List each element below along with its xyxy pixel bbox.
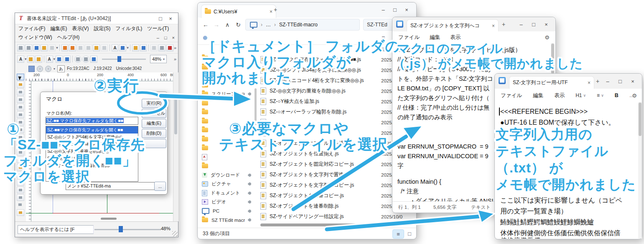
up-icon[interactable]: ∧ — [224, 21, 231, 28]
file-list-horizontal-scrollbar[interactable] — [260, 223, 411, 227]
copy-icon[interactable] — [85, 44, 92, 51]
extra-button[interactable] — [142, 139, 166, 148]
point-tool-icon[interactable] — [17, 111, 24, 118]
forward-icon[interactable]: → — [213, 21, 220, 28]
status-zoom-slider-thumb[interactable] — [119, 226, 123, 232]
menu-edit[interactable]: 編集 — [430, 34, 440, 41]
close-icon[interactable]: × — [165, 14, 176, 23]
notepad-txt-scrollbar[interactable] — [638, 102, 642, 239]
ruler-tool-icon[interactable] — [17, 209, 24, 216]
breadcrumb-ellipsis[interactable]: … — [266, 22, 271, 28]
breadcrumb[interactable]: › … › SZ-TTEdit-macro — [245, 19, 360, 31]
notepad-js-restore-icon[interactable]: □ — [529, 20, 539, 28]
new-tab-icon[interactable]: + — [502, 21, 505, 28]
refresh-icon[interactable]: ↻ — [234, 21, 242, 28]
help-icon[interactable] — [166, 44, 173, 51]
notepad-txt-close-icon[interactable]: × — [628, 77, 638, 85]
zoom-slider[interactable] — [102, 59, 146, 60]
canvas-vertical-scrollbar[interactable] — [173, 72, 178, 221]
import-icon[interactable] — [132, 44, 139, 51]
cancel-button[interactable]: キャンセル — [142, 109, 166, 118]
back-icon[interactable]: ← — [202, 21, 209, 28]
heading-style-button[interactable]: H1 ∨ — [575, 92, 586, 98]
glyph-back-icon[interactable]: ‹ — [37, 66, 43, 72]
menu-edit[interactable]: 編集 — [533, 92, 543, 99]
edit-button[interactable]: 編集(E) — [142, 119, 166, 128]
sidebar-item-downloads[interactable]: ダウンロード — [199, 171, 253, 180]
sidebar-item-documents[interactable]: ドキュメント — [199, 189, 253, 198]
cut-icon[interactable] — [77, 44, 84, 51]
char-select-icon[interactable] — [112, 44, 119, 51]
canvas-scrollbar-thumb[interactable] — [174, 97, 177, 134]
stamp-tool-icon[interactable] — [17, 81, 24, 88]
menu-file[interactable]: ファイル(F) — [18, 25, 45, 32]
fit-view-icon[interactable] — [90, 56, 97, 63]
window-tile-icon[interactable] — [158, 44, 165, 51]
tab-close-icon[interactable]: × — [588, 80, 591, 86]
mdi-restore-icon[interactable]: □ — [164, 35, 167, 40]
sidebar-item[interactable] — [199, 99, 253, 108]
glyph-history-dropdown-icon[interactable]: ▾ — [53, 67, 55, 71]
run-button[interactable]: 実行(R) — [142, 99, 166, 108]
eraser-tool-icon[interactable] — [17, 194, 24, 201]
zoom-out-icon[interactable] — [82, 56, 89, 63]
resize-grip[interactable] — [172, 231, 178, 236]
menu-file[interactable]: ファイル — [501, 92, 522, 99]
breadcrumb-current-folder[interactable]: SZ-TTEdit-macro — [279, 22, 318, 28]
add-glyph-icon[interactable] — [17, 56, 24, 63]
glyph-list-icon[interactable] — [46, 56, 53, 63]
delete-icon[interactable] — [101, 44, 108, 51]
menu-tools[interactable]: ツール(T) — [147, 25, 169, 32]
settings-dropdown-icon[interactable]: ▾ — [127, 46, 129, 50]
explorer-tab[interactable]: C:¥Users¥ × — [201, 5, 276, 18]
menu-file[interactable]: ファイル — [398, 34, 420, 41]
notepad-js-tab[interactable]: SZ-オブジェクトを文字列へコ × — [407, 19, 499, 32]
zoom-slider-thumb[interactable] — [117, 56, 121, 62]
image-icon[interactable] — [150, 44, 158, 51]
zoom-combo[interactable]: 48% ▾ — [150, 55, 167, 63]
path-edit-tool-icon[interactable] — [17, 187, 24, 193]
sidebar-item-videos[interactable]: ビデオ — [199, 198, 253, 207]
tab-close-icon[interactable]: × — [492, 23, 495, 29]
save-icon[interactable] — [48, 44, 56, 51]
notepad-js-close-icon[interactable]: × — [541, 20, 551, 28]
dropper-tool-icon[interactable] — [17, 96, 24, 103]
explorer-minimize-icon[interactable]: – — [378, 5, 388, 14]
bold-button[interactable]: B — [615, 92, 619, 98]
save-dropdown-icon[interactable]: ▾ — [56, 46, 58, 50]
prev-glyph-icon[interactable] — [56, 56, 63, 63]
sidebar-item[interactable] — [199, 108, 253, 117]
settings-gear-icon[interactable]: ⚙ — [545, 34, 550, 41]
tab-close-icon[interactable]: × — [270, 9, 272, 15]
paste-icon[interactable] — [93, 44, 100, 51]
details-view-icon[interactable]: ≡ — [392, 229, 404, 239]
list-style-button[interactable]: ≡ ∨ — [597, 92, 604, 98]
sidebar-item-pictures[interactable]: ピクチャ — [199, 180, 253, 189]
notepad-txt-maximize-icon[interactable]: □ — [615, 77, 625, 85]
notepad-js-minimize-icon[interactable]: – — [516, 20, 526, 28]
settings-gear-icon[interactable] — [119, 44, 126, 51]
new-file-icon[interactable] — [25, 44, 32, 51]
maximize-icon[interactable]: □ — [155, 14, 165, 23]
prev-add-icon[interactable] — [27, 56, 34, 63]
large-icons-view-icon[interactable]: □ — [404, 229, 415, 238]
macro-name-input[interactable]: SZ-■■ マクロ保存先フォルダを開く■■ — [46, 117, 138, 125]
sidebar-item-macro-folder[interactable]: SZ TTEdit macro — [199, 216, 253, 225]
menu-view[interactable]: 表示 — [554, 92, 565, 99]
new-window-icon[interactable] — [17, 44, 24, 51]
menu-view[interactable]: 表示(V) — [72, 25, 89, 32]
export-icon[interactable] — [140, 44, 147, 51]
sidebar-item[interactable] — [199, 162, 253, 171]
mdi-minimize-icon[interactable]: – — [157, 35, 159, 40]
explorer-maximize-icon[interactable]: □ — [390, 5, 400, 14]
menu-window[interactable]: ウィンドウ(W) — [18, 34, 52, 41]
open-icon[interactable] — [41, 44, 48, 51]
next-glyph-icon[interactable] — [64, 56, 71, 63]
glyph-forward-icon[interactable]: › — [45, 66, 51, 72]
hscrollbar-thumb[interactable] — [260, 223, 374, 226]
toolbar2-overflow-icon[interactable]: » — [174, 57, 176, 62]
lasso-tool-icon[interactable] — [17, 89, 24, 95]
select-tool-icon[interactable] — [17, 74, 24, 80]
mdi-close-icon[interactable]: × — [172, 35, 175, 40]
next-add-icon[interactable] — [35, 56, 42, 63]
